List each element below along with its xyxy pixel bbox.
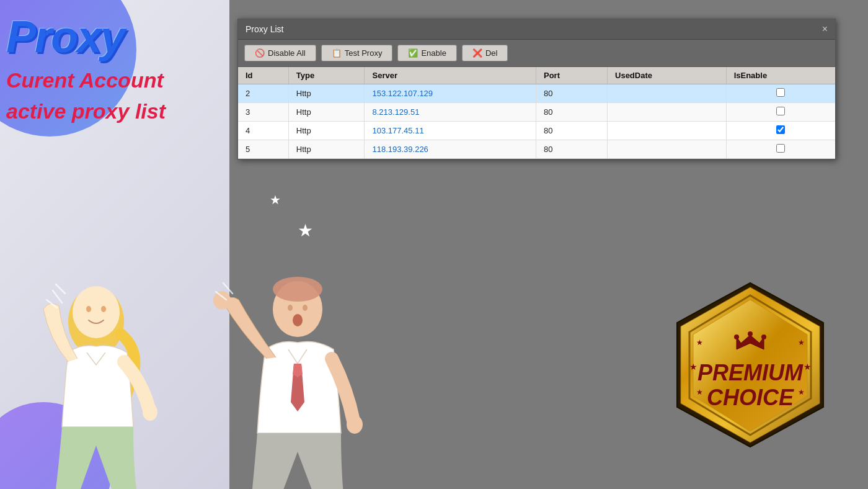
col-header-isenable: IsEnable xyxy=(726,67,835,84)
svg-point-3 xyxy=(101,306,106,312)
proxy-list-dialog: Proxy List × 🚫 Disable All 📋 Test Proxy … xyxy=(237,19,836,159)
cell-id: 3 xyxy=(238,103,288,122)
col-header-type: Type xyxy=(288,67,365,84)
table-row[interactable]: 3Http8.213.129.5180 xyxy=(238,103,835,122)
svg-point-7 xyxy=(288,305,293,311)
hero-subtitle1: Curent Account xyxy=(6,68,164,92)
svg-point-2 xyxy=(86,306,91,312)
test-proxy-button[interactable]: 📋 Test Proxy xyxy=(321,45,393,61)
del-button[interactable]: ❌ Del xyxy=(462,45,508,61)
del-label: Del xyxy=(485,48,498,58)
table-row[interactable]: 5Http118.193.39.22680 xyxy=(238,140,835,159)
disable-all-button[interactable]: 🚫 Disable All xyxy=(244,45,316,61)
dialog-titlebar: Proxy List × xyxy=(238,19,835,40)
svg-point-21 xyxy=(734,334,739,339)
cell-port: 80 xyxy=(536,140,608,159)
cell-useddate xyxy=(608,84,727,103)
cell-id: 5 xyxy=(238,140,288,159)
table-row[interactable]: 2Http153.122.107.12980 xyxy=(238,84,835,103)
svg-point-22 xyxy=(748,331,753,336)
col-header-port: Port xyxy=(536,67,608,84)
svg-point-11 xyxy=(347,415,363,434)
svg-point-8 xyxy=(303,305,308,311)
svg-text:★: ★ xyxy=(804,362,812,372)
cell-server: 118.193.39.226 xyxy=(365,140,536,159)
cell-isenable[interactable] xyxy=(726,122,835,140)
svg-point-1 xyxy=(73,286,120,338)
col-header-id: Id xyxy=(238,67,288,84)
svg-line-14 xyxy=(56,284,65,294)
svg-text:★: ★ xyxy=(798,388,805,397)
table-header-row: Id Type Server Port UsedDate IsEnable xyxy=(238,67,835,84)
svg-point-4 xyxy=(143,403,157,421)
disable-all-icon: 🚫 xyxy=(255,48,265,58)
svg-text:CHOICE: CHOICE xyxy=(707,385,794,410)
cell-type: Http xyxy=(288,122,365,140)
people-illustration xyxy=(0,117,496,489)
cell-type: Http xyxy=(288,103,365,122)
cell-id: 4 xyxy=(238,122,288,140)
svg-point-23 xyxy=(761,334,766,339)
isenable-checkbox[interactable] xyxy=(776,88,785,97)
enable-label: Enable xyxy=(421,48,446,58)
cell-isenable[interactable] xyxy=(726,103,835,122)
cell-isenable[interactable] xyxy=(726,84,835,103)
svg-point-6 xyxy=(273,277,322,302)
isenable-checkbox[interactable] xyxy=(776,144,785,153)
cell-server: 103.177.45.11 xyxy=(365,122,536,140)
cell-useddate xyxy=(608,122,727,140)
cell-server: 8.213.129.51 xyxy=(365,103,536,122)
isenable-checkbox[interactable] xyxy=(776,125,785,134)
disable-all-label: Disable All xyxy=(268,48,306,58)
cell-isenable[interactable] xyxy=(726,140,835,159)
svg-text:★: ★ xyxy=(696,388,703,397)
svg-text:★: ★ xyxy=(798,338,805,347)
cell-id: 2 xyxy=(238,84,288,103)
enable-button[interactable]: ✅ Enable xyxy=(397,45,456,61)
svg-point-9 xyxy=(293,314,303,326)
col-header-useddate: UsedDate xyxy=(608,67,727,84)
hero-title: Proxy xyxy=(6,11,124,62)
cell-server: 153.122.107.129 xyxy=(365,84,536,103)
enable-icon: ✅ xyxy=(408,48,418,58)
col-header-server: Server xyxy=(365,67,536,84)
toolbar: 🚫 Disable All 📋 Test Proxy ✅ Enable ❌ De… xyxy=(238,40,835,67)
cell-port: 80 xyxy=(536,122,608,140)
test-proxy-label: Test Proxy xyxy=(345,48,383,58)
svg-line-12 xyxy=(53,290,62,303)
svg-text:PREMIUM: PREMIUM xyxy=(698,360,804,385)
close-button[interactable]: × xyxy=(822,24,828,34)
hero-subtitle2: active proxy list xyxy=(6,99,166,123)
table-row[interactable]: 4Http103.177.45.1180 xyxy=(238,122,835,140)
test-proxy-icon: 📋 xyxy=(332,48,342,58)
isenable-checkbox[interactable] xyxy=(776,107,785,115)
cell-type: Http xyxy=(288,140,365,159)
del-icon: ❌ xyxy=(472,48,482,58)
premium-badge: ★ ★ ★ ★ ★ ★ PREMIUM CHOICE xyxy=(663,278,837,452)
svg-text:★: ★ xyxy=(696,338,703,347)
svg-text:★: ★ xyxy=(689,362,698,372)
cell-port: 80 xyxy=(536,103,608,122)
cell-port: 80 xyxy=(536,84,608,103)
cell-useddate xyxy=(608,103,727,122)
cell-useddate xyxy=(608,140,727,159)
svg-point-10 xyxy=(213,291,231,310)
dialog-title: Proxy List xyxy=(246,24,283,34)
proxy-table: Id Type Server Port UsedDate IsEnable 2H… xyxy=(238,67,835,159)
cell-type: Http xyxy=(288,84,365,103)
